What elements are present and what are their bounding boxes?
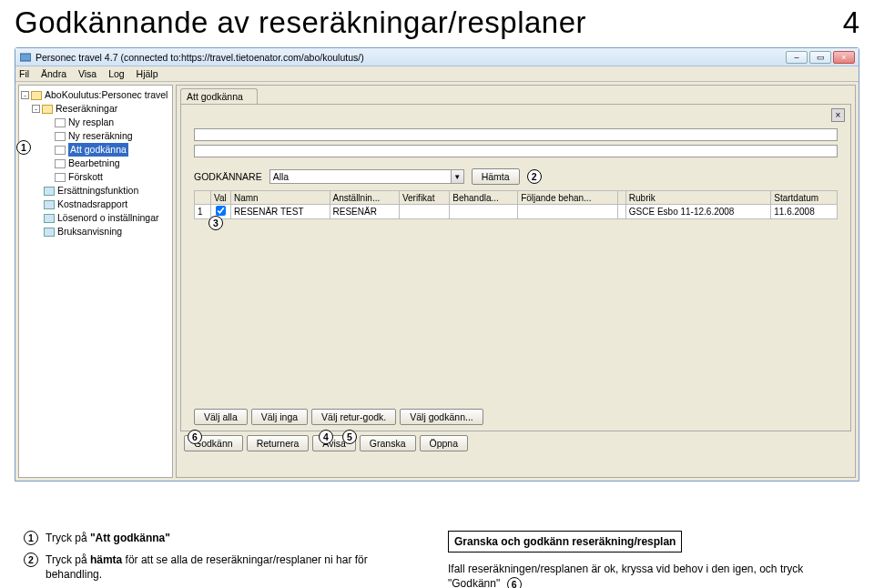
- action-button[interactable]: Returnera: [247, 435, 310, 451]
- table-cell: [518, 205, 618, 219]
- module-icon: [44, 187, 55, 196]
- menu-log[interactable]: Log: [108, 68, 125, 79]
- godkannare-combo[interactable]: ▼: [269, 169, 464, 184]
- tree-collapse-icon[interactable]: -: [32, 105, 40, 113]
- tree-item[interactable]: Ny resplan: [43, 116, 170, 129]
- column-header[interactable]: [195, 191, 211, 205]
- selection-button[interactable]: Välj inga: [251, 409, 308, 425]
- hamta-button[interactable]: Hämta: [472, 168, 520, 185]
- tree-item-label: Lösenord o inställningar: [57, 211, 159, 225]
- tree-item[interactable]: Förskott: [43, 170, 170, 184]
- menu-visa[interactable]: Visa: [78, 68, 97, 79]
- svg-rect-0: [20, 54, 31, 61]
- tree-item[interactable]: Att godkänna: [43, 143, 170, 157]
- document-icon: [55, 132, 66, 141]
- selection-button[interactable]: Välj retur-godk.: [311, 409, 396, 425]
- row-number: 1: [195, 205, 211, 219]
- callout-4: 4: [319, 430, 333, 444]
- tree-item[interactable]: Kostnadsrapport: [32, 198, 170, 211]
- window-titlebar: Personec travel 4.7 (connected to:https:…: [15, 48, 859, 66]
- module-icon: [44, 200, 55, 209]
- window-title-text: Personec travel 4.7 (connected to:https:…: [36, 52, 364, 63]
- instruction-step: 1Tryck på "Att godkänna": [24, 531, 426, 545]
- callout-1: 1: [16, 140, 31, 155]
- tree-item-label: Bearbetning: [68, 157, 120, 170]
- readonly-bar-2: [194, 145, 838, 157]
- tree-item[interactable]: Bruksanvisning: [32, 225, 170, 238]
- column-header[interactable]: Val: [211, 191, 231, 205]
- application-window: Personec travel 4.7 (connected to:https:…: [15, 47, 859, 482]
- results-table: ValNamnAnställnin...VerifikatBehandla...…: [194, 190, 838, 219]
- folder-icon: [42, 105, 53, 114]
- main-panel: Att godkänna × GODKÄNNARE ▼ Hämta: [176, 85, 856, 478]
- callout-2: 2: [527, 169, 542, 184]
- row-select-checkbox[interactable]: [216, 206, 226, 216]
- godkannare-label: GODKÄNNARE: [194, 171, 262, 182]
- chevron-down-icon[interactable]: ▼: [452, 169, 464, 184]
- table-row[interactable]: 1RESENÄR TESTRESENÄRGSCE Esbo 11-12.6.20…: [195, 205, 838, 219]
- tree-collapse-icon[interactable]: -: [21, 91, 29, 99]
- app-icon: [19, 51, 32, 64]
- table-cell: 11.6.2008: [771, 205, 838, 219]
- tree-item-label: Ersättningsfunktion: [57, 184, 138, 198]
- tree-item[interactable]: -Reseräkningar: [32, 102, 170, 116]
- tree-item-label: Ny resplan: [68, 116, 114, 129]
- selection-button[interactable]: Välj godkänn...: [400, 409, 483, 425]
- window-maximize-button[interactable]: ▭: [809, 51, 831, 64]
- document-icon: [55, 118, 66, 127]
- tree-item[interactable]: Ny reseräkning: [43, 129, 170, 143]
- menubar: Fil Ändra Visa Log Hjälp: [15, 66, 859, 82]
- document-icon: [55, 159, 66, 168]
- callout-5: 5: [342, 430, 357, 444]
- page-title: Godkännande av reseräkningar/resplaner: [15, 5, 586, 40]
- menu-fil[interactable]: Fil: [19, 68, 29, 79]
- tree-item-label: Att godkänna: [68, 143, 128, 157]
- table-cell: RESENÄR TEST: [231, 205, 330, 219]
- right-box-title: Granska och godkänn reseräkning/resplan: [448, 531, 682, 553]
- action-button[interactable]: Granska: [360, 435, 416, 451]
- tree-item-label: Förskott: [68, 170, 103, 184]
- tree-item[interactable]: Ersättningsfunktion: [32, 184, 170, 198]
- tab-close-button[interactable]: ×: [831, 108, 845, 122]
- table-cell: GSCE Esbo 11-12.6.2008: [625, 205, 770, 219]
- tree-item-label: Kostnadsrapport: [57, 198, 127, 211]
- column-header[interactable]: Anställnin...: [330, 191, 399, 205]
- module-icon: [44, 228, 55, 237]
- folder-icon: [31, 91, 42, 100]
- menu-hjalp[interactable]: Hjälp: [137, 68, 158, 79]
- readonly-bar-1: [194, 128, 838, 141]
- column-header[interactable]: Verifikat: [399, 191, 449, 205]
- selection-button[interactable]: Välj alla: [194, 409, 248, 425]
- tree-item[interactable]: Bearbetning: [43, 157, 170, 170]
- menu-andra[interactable]: Ändra: [41, 68, 66, 79]
- tab-body: × GODKÄNNARE ▼ Hämta 2: [180, 104, 851, 431]
- column-header[interactable]: Namn: [231, 191, 330, 205]
- table-cell: [450, 205, 518, 219]
- column-header[interactable]: Behandla...: [450, 191, 518, 205]
- callout-3: 3: [208, 216, 223, 230]
- document-icon: [55, 173, 66, 182]
- column-header[interactable]: [617, 191, 625, 205]
- step-number: 1: [24, 531, 38, 545]
- tab-att-godkanna[interactable]: Att godkänna: [180, 88, 258, 104]
- page-number: 4: [843, 5, 859, 40]
- window-close-button[interactable]: ×: [833, 51, 855, 64]
- tree-item-label: Reseräkningar: [56, 102, 117, 116]
- document-icon: [55, 146, 66, 155]
- window-minimize-button[interactable]: –: [786, 51, 808, 64]
- callout-6: 6: [188, 430, 202, 444]
- module-icon: [44, 214, 55, 223]
- tree-item[interactable]: Lösenord o inställningar: [32, 211, 170, 225]
- column-header[interactable]: Följande behan...: [518, 191, 618, 205]
- footer-buttons: GodkännReturneraAvisaGranskaÖppna: [177, 431, 855, 455]
- column-header[interactable]: Rubrik: [625, 191, 770, 205]
- tree-item-label: Bruksanvisning: [57, 225, 122, 238]
- inline-callout-6: 6: [507, 577, 522, 588]
- table-cell: RESENÄR: [330, 205, 399, 219]
- tree-root[interactable]: - AboKoulutus:Personec travel: [21, 88, 170, 102]
- table-cell: [399, 205, 449, 219]
- godkannare-input[interactable]: [269, 169, 452, 184]
- tree-item-label: Ny reseräkning: [68, 129, 133, 143]
- action-button[interactable]: Öppna: [420, 435, 469, 451]
- column-header[interactable]: Startdatum: [771, 191, 838, 205]
